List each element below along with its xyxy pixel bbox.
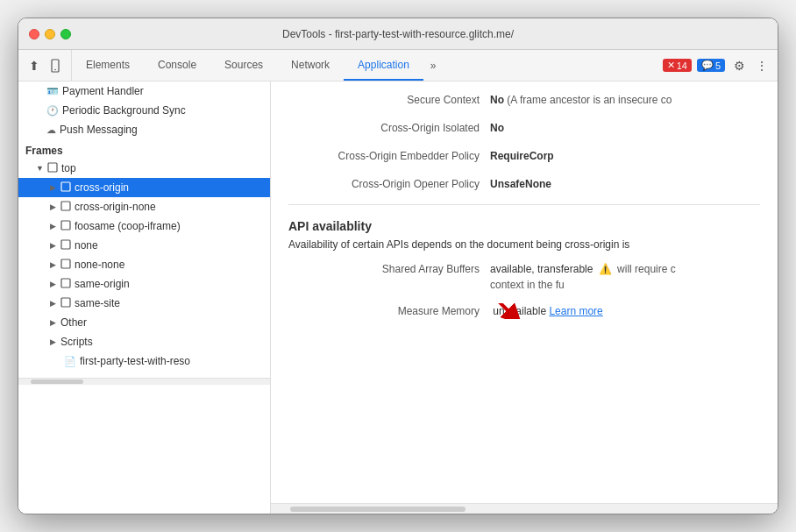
frames-section-header: Frames — [18, 139, 270, 159]
sidebar-item-push-messaging[interactable]: ☁ Push Messaging — [18, 120, 270, 139]
coep-row: Cross-Origin Embedder Policy RequireCorp — [288, 148, 760, 166]
close-button[interactable] — [29, 29, 39, 39]
shared-array-buffers-value: available, transferable ⚠️ will require … — [490, 261, 676, 293]
sidebar-scrollbar[interactable] — [18, 378, 270, 385]
coop-label: Cross-Origin Opener Policy — [288, 176, 490, 192]
clock-icon: 🕐 — [46, 105, 59, 117]
svg-rect-3 — [61, 182, 70, 191]
error-count: 14 — [677, 60, 687, 71]
tabs: Elements Console Sources Network Applica… — [72, 50, 656, 81]
horizontal-scrollbar[interactable] — [271, 503, 778, 514]
coop-row: Cross-Origin Opener Policy UnsafeNone — [288, 176, 760, 194]
sidebar-item-same-origin[interactable]: ▶ same-origin — [18, 274, 270, 294]
sidebar-item-other[interactable]: ▶ Other — [18, 313, 270, 332]
cross-origin-isolated-label: Cross-Origin Isolated — [288, 120, 490, 136]
right-arrow-icon: ▶ — [50, 260, 60, 269]
warning-icon: ⚠️ — [599, 263, 612, 275]
svg-rect-6 — [61, 240, 70, 249]
tab-overflow[interactable]: » — [423, 50, 444, 81]
sidebar-item-cross-origin[interactable]: ▶ cross-origin — [18, 178, 270, 197]
learn-more-link[interactable]: Learn more — [549, 305, 602, 317]
api-section-desc: Availability of certain APIs depends on … — [288, 238, 727, 251]
maximize-button[interactable] — [60, 29, 71, 39]
sidebar-item-none[interactable]: ▶ none — [18, 236, 270, 255]
sidebar-item-foosame[interactable]: ▶ foosame (coop-iframe) — [18, 216, 270, 236]
device-icon[interactable] — [46, 57, 64, 74]
secure-context-row: Secure Context No (A frame ancestor is a… — [288, 92, 760, 110]
window-title: DevTools - first-party-test-with-resourc… — [282, 28, 514, 40]
svg-line-11 — [490, 303, 515, 317]
error-badge[interactable]: ✕ 14 — [663, 59, 692, 72]
coop-value: UnsafeNone — [490, 176, 551, 192]
right-arrow-icon: ▶ — [50, 241, 60, 250]
measure-memory-label: Measure Memory — [288, 303, 490, 319]
cloud-icon: ☁ — [46, 124, 56, 136]
warning-count: 5 — [715, 60, 721, 71]
frame-icon — [60, 278, 71, 290]
toolbar-icons: ⬆ — [18, 50, 72, 81]
titlebar: DevTools - first-party-test-with-resourc… — [18, 18, 778, 50]
frame-icon — [60, 201, 71, 213]
sidebar-item-none-none[interactable]: ▶ none-none — [18, 255, 270, 274]
frame-icon — [60, 297, 71, 309]
coep-label: Cross-Origin Embedder Policy — [288, 148, 490, 164]
sidebar-item-same-site[interactable]: ▶ same-site — [18, 294, 270, 313]
frame-icon — [60, 239, 71, 252]
sidebar-item-periodic-bg-sync[interactable]: 🕐 Periodic Background Sync — [18, 101, 270, 120]
toolbar-right: ✕ 14 💬 5 ⚙ ⋮ — [656, 50, 778, 81]
more-button[interactable]: ⋮ — [753, 57, 771, 74]
detail-panel: Secure Context No (A frame ancestor is a… — [271, 82, 778, 503]
toolbar: ⬆ Elements Console Sources Network Appli… — [18, 50, 778, 82]
horizontal-scrollbar-thumb[interactable] — [290, 507, 466, 512]
sidebar-scrollbar-thumb[interactable] — [31, 379, 83, 384]
sidebar-item-top[interactable]: ▼ top — [18, 159, 270, 178]
error-x-icon: ✕ — [667, 60, 675, 71]
frame-icon — [60, 181, 71, 194]
cross-origin-isolated-row: Cross-Origin Isolated No — [288, 120, 760, 138]
sidebar-item-scripts[interactable]: ▶ Scripts — [18, 332, 270, 351]
measure-memory-row: Measure Memory — [288, 303, 760, 321]
frame-icon — [60, 259, 71, 271]
sidebar-item-cross-origin-none[interactable]: ▶ cross-origin-none — [18, 197, 270, 216]
sidebar-item-payment-handler[interactable]: 🪪 Payment Handler — [18, 82, 270, 101]
api-section-title: API availablity — [288, 219, 760, 233]
down-arrow-icon: ▼ — [36, 164, 44, 173]
detail-panel-container: Secure Context No (A frame ancestor is a… — [271, 82, 778, 514]
shared-array-buffers-row: Shared Array Buffers available, transfer… — [288, 261, 760, 293]
tab-application[interactable]: Application — [344, 50, 423, 81]
right-arrow-icon: ▶ — [50, 299, 60, 308]
right-arrow-icon: ▶ — [50, 337, 60, 346]
chat-icon: 💬 — [701, 60, 714, 71]
tab-sources[interactable]: Sources — [210, 50, 277, 81]
tab-console[interactable]: Console — [144, 50, 210, 81]
secure-context-value: No (A frame ancestor is an insecure co — [490, 92, 672, 108]
measure-memory-value: unavailable Learn more — [490, 303, 603, 319]
svg-rect-7 — [61, 259, 70, 268]
tab-elements[interactable]: Elements — [72, 50, 144, 81]
warning-badge[interactable]: 💬 5 — [697, 59, 725, 72]
svg-rect-4 — [61, 202, 70, 210]
frame-icon — [47, 162, 58, 174]
shared-array-buffers-label: Shared Array Buffers — [288, 261, 490, 277]
payment-icon: 🪪 — [46, 86, 59, 97]
frame-icon — [60, 220, 71, 232]
minimize-button[interactable] — [45, 29, 55, 39]
coep-value: RequireCorp — [490, 148, 554, 164]
svg-rect-2 — [48, 163, 57, 172]
cursor-icon[interactable]: ⬆ — [25, 57, 43, 74]
file-icon: 📄 — [64, 356, 76, 367]
svg-rect-5 — [61, 221, 70, 230]
traffic-lights — [29, 29, 71, 39]
secure-context-label: Secure Context — [288, 92, 490, 108]
right-arrow-icon: ▶ — [50, 280, 60, 288]
settings-button[interactable]: ⚙ — [730, 57, 748, 74]
cross-origin-isolated-value: No — [490, 120, 504, 136]
main-content: 🪪 Payment Handler 🕐 Periodic Background … — [18, 82, 778, 514]
svg-point-1 — [54, 68, 56, 70]
red-arrow-icon — [490, 303, 525, 319]
right-arrow-icon: ▶ — [50, 222, 60, 231]
sidebar-item-first-party-file[interactable]: 📄 first-party-test-with-reso — [18, 351, 270, 371]
sidebar: 🪪 Payment Handler 🕐 Periodic Background … — [18, 82, 271, 514]
tab-network[interactable]: Network — [277, 50, 344, 81]
right-arrow-icon: ▶ — [50, 202, 60, 211]
